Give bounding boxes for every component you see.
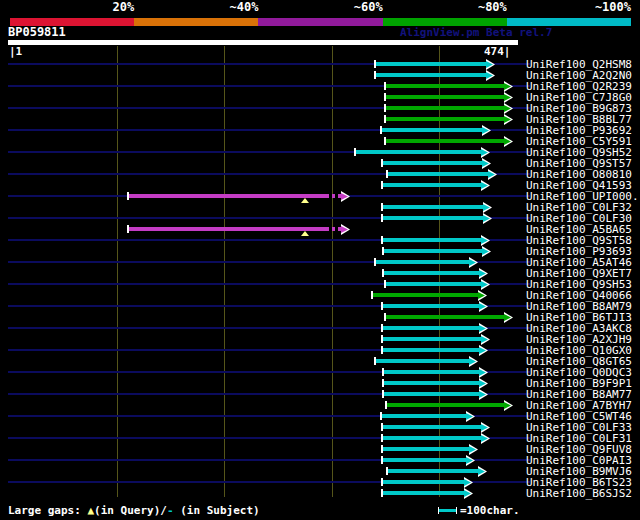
alignment-bar-start-tick bbox=[381, 236, 383, 244]
alignment-bar-start-tick bbox=[381, 324, 383, 332]
alignment-bar-start-tick bbox=[384, 104, 386, 112]
alignment-bar-start-tick bbox=[386, 170, 388, 178]
alignment-bar[interactable] bbox=[387, 469, 479, 473]
alignment-bar[interactable] bbox=[382, 337, 482, 341]
alignment-bar-start-tick bbox=[127, 225, 129, 233]
alignment-bar[interactable] bbox=[383, 249, 483, 253]
alignment-bar[interactable] bbox=[385, 95, 505, 99]
alignment-bar-start-tick bbox=[386, 467, 388, 475]
alignment-bar[interactable] bbox=[381, 414, 467, 418]
ruler-end-label: 474| bbox=[484, 46, 511, 57]
alignment-bar-arrowhead-fill bbox=[481, 182, 488, 189]
alignment-bar[interactable] bbox=[382, 205, 484, 209]
alignment-bar[interactable] bbox=[386, 403, 505, 407]
alignment-bar[interactable] bbox=[383, 370, 480, 374]
alignment-bar-arrowhead-fill bbox=[479, 270, 486, 277]
alignment-bar-arrowhead bbox=[469, 444, 478, 455]
alignment-bar[interactable] bbox=[383, 271, 480, 275]
alignment-bar[interactable] bbox=[385, 139, 505, 143]
alignment-bar[interactable] bbox=[382, 447, 470, 451]
alignment-bar-start-tick bbox=[381, 181, 383, 189]
alignment-bar[interactable] bbox=[382, 238, 482, 242]
alignment-bar[interactable] bbox=[375, 359, 470, 363]
alignment-bar-arrowhead bbox=[341, 224, 350, 235]
identity-scale-label: ~80% bbox=[478, 1, 507, 13]
alignment-bar-start-tick bbox=[374, 71, 376, 79]
alignment-bar-arrowhead-fill bbox=[504, 402, 511, 409]
alignment-bar-arrowhead bbox=[481, 147, 490, 158]
alignment-bar[interactable] bbox=[382, 161, 483, 165]
alignment-bar[interactable] bbox=[385, 106, 505, 110]
query-gap-triangle bbox=[301, 231, 309, 236]
alignment-bar[interactable] bbox=[382, 326, 480, 330]
alignment-bar-arrowhead bbox=[483, 213, 492, 224]
alignment-bar[interactable] bbox=[382, 348, 480, 352]
alignment-bar[interactable] bbox=[372, 293, 479, 297]
alignment-bar[interactable] bbox=[382, 480, 465, 484]
alignment-bar[interactable] bbox=[387, 172, 489, 176]
alignment-bar-arrowhead bbox=[464, 488, 473, 499]
alignment-bar-start-tick bbox=[382, 247, 384, 255]
watermark-text: AlignView.pm Beta rel.7 bbox=[400, 27, 552, 38]
alignment-bar-start-tick bbox=[381, 489, 383, 497]
alignment-bar-arrowhead-fill bbox=[504, 138, 511, 145]
alignment-bar[interactable] bbox=[382, 436, 482, 440]
alignment-bar-arrowhead bbox=[488, 169, 497, 180]
alignment-bar-start-tick bbox=[384, 313, 386, 321]
alignment-bar-arrowhead bbox=[479, 268, 488, 279]
ruler-gridline bbox=[117, 46, 118, 497]
alignment-bar-arrowhead bbox=[504, 136, 513, 147]
alignment-bar[interactable] bbox=[375, 73, 487, 77]
alignment-bar-arrowhead bbox=[481, 180, 490, 191]
ruler-gridline bbox=[224, 46, 225, 497]
alignment-bar[interactable] bbox=[375, 260, 470, 264]
alignment-bar-arrowhead-fill bbox=[478, 292, 485, 299]
subject-gap-notch bbox=[335, 227, 338, 231]
alignment-bar[interactable] bbox=[382, 183, 482, 187]
alignment-bar-arrowhead bbox=[341, 191, 350, 202]
scale-line-left-tick bbox=[438, 507, 439, 514]
alignment-bar-arrowhead-fill bbox=[504, 94, 511, 101]
alignment-bar[interactable] bbox=[385, 84, 505, 88]
alignment-bar-start-tick bbox=[382, 368, 384, 376]
alignment-bar[interactable] bbox=[128, 194, 342, 198]
alignment-bar-arrowhead bbox=[479, 389, 488, 400]
alignment-bar[interactable] bbox=[382, 216, 484, 220]
alignment-bar-arrowhead-fill bbox=[482, 248, 489, 255]
alignment-bar[interactable] bbox=[382, 491, 465, 495]
alignment-bar[interactable] bbox=[383, 381, 480, 385]
alignment-bar-arrowhead bbox=[504, 400, 513, 411]
hit-subject-label[interactable]: UniRef100_B6SJS2 bbox=[526, 488, 632, 499]
identity-scale-segment bbox=[134, 18, 259, 26]
alignment-bar[interactable] bbox=[355, 150, 482, 154]
alignment-bar[interactable] bbox=[381, 128, 483, 132]
large-gaps-prefix: Large gaps: bbox=[8, 504, 87, 517]
alignment-bar-arrowhead bbox=[481, 422, 490, 433]
alignment-bar-arrowhead bbox=[482, 158, 491, 169]
alignment-bar[interactable] bbox=[383, 392, 480, 396]
alignment-bar[interactable] bbox=[385, 117, 505, 121]
alignment-bar[interactable] bbox=[128, 227, 342, 231]
alignment-bar-start-tick bbox=[354, 148, 356, 156]
alignment-bar-start-tick bbox=[381, 445, 383, 453]
alignment-bar-arrowhead-fill bbox=[464, 490, 471, 497]
ruler-start-label: |1 bbox=[9, 46, 22, 57]
alignment-bar[interactable] bbox=[375, 62, 487, 66]
alignment-bar-arrowhead bbox=[481, 334, 490, 345]
alignment-bar[interactable] bbox=[385, 282, 482, 286]
alignment-bar-arrowhead bbox=[481, 433, 490, 444]
alignment-bar-arrowhead-fill bbox=[483, 204, 490, 211]
alignment-bar[interactable] bbox=[382, 425, 482, 429]
large-gaps-legend: Large gaps: ▲(in Query)/- (in Subject) bbox=[8, 504, 260, 517]
alignment-bar-arrowhead-fill bbox=[481, 336, 488, 343]
alignment-bar[interactable] bbox=[382, 458, 467, 462]
alignment-bar-start-tick bbox=[384, 137, 386, 145]
alignment-bar-arrowhead-fill bbox=[504, 116, 511, 123]
alignment-bar[interactable] bbox=[385, 315, 505, 319]
alignment-bar-arrowhead bbox=[466, 455, 475, 466]
alignment-bar-arrowhead-fill bbox=[469, 358, 476, 365]
alignment-bar[interactable] bbox=[382, 304, 480, 308]
alignment-bar-arrowhead-fill bbox=[478, 468, 485, 475]
scale-line-right-tick bbox=[456, 507, 457, 514]
alignment-bar-arrowhead-fill bbox=[486, 72, 493, 79]
